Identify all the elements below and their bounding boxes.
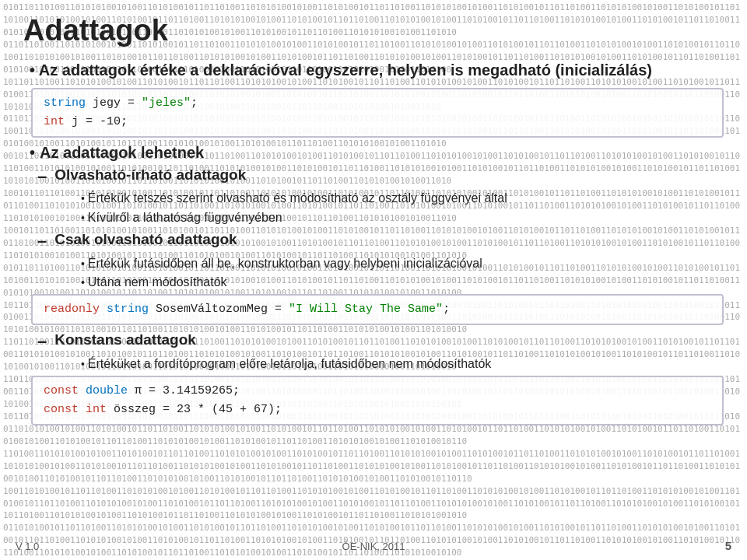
page-title: Adattagok bbox=[23, 14, 724, 47]
dash-icon-1: – bbox=[37, 166, 47, 187]
kw-string-1: string bbox=[44, 96, 86, 110]
bullet-lehetnek: Az adattagok lehetnek bbox=[40, 144, 204, 162]
code-block-1: string jegy = "jeles"; int j = -10; bbox=[31, 88, 724, 138]
sub-konstans: Értéküket a fordítóprogram előre letárol… bbox=[81, 355, 724, 373]
kw-readonly: readonly bbox=[44, 303, 100, 316]
dash-icon-2: – bbox=[37, 231, 47, 251]
code-const2-rest: összeg = 23 * (45 + 67); bbox=[114, 403, 282, 416]
olvasható-sub1: Értékük tetszés szerint olvasható és mód… bbox=[81, 190, 724, 207]
konstans-sub1: Értéküket a fordítóprogram előre letárol… bbox=[81, 355, 724, 373]
csak-olvasható-sub2: Utána nem módosíthatók bbox=[81, 274, 724, 291]
kw-double-1: double bbox=[86, 384, 128, 397]
version-label: V 1.0 bbox=[16, 541, 39, 552]
page-number: 5 bbox=[725, 539, 731, 552]
csak-olvasható-sub1: Értékük futásidőben áll be, konstruktorb… bbox=[81, 255, 724, 272]
footer-page-number: 5 bbox=[725, 539, 731, 552]
label-csak-olvasható: Csak olvasható adattagok bbox=[54, 231, 237, 248]
code-line1-rest: jegy = "jeles"; bbox=[86, 96, 198, 110]
footer-center: ÓE-NIK, 2011 bbox=[342, 541, 405, 552]
olvasható-sub2: Kívülről a láthatóság függvényében bbox=[81, 209, 724, 226]
kw-const-2: const bbox=[44, 403, 79, 416]
bullet-lehetnek-dot: • bbox=[30, 144, 35, 162]
label-olvasható: Olvasható-írható adattagok bbox=[54, 166, 246, 184]
kw-string-2: string bbox=[107, 303, 149, 316]
sub-olvasható: Értékük tetszés szerint olvasható és mód… bbox=[81, 190, 724, 226]
main-content: Adattagok Az adattagok értéke a deklarác… bbox=[0, 0, 747, 560]
code-readonly-rest: SosemVáltozomMeg = "I Will Stay The Same… bbox=[156, 303, 450, 316]
kw-int-1: int bbox=[44, 115, 65, 128]
dash-olvasható: – Olvasható-írható adattagok bbox=[37, 166, 724, 187]
footer-center-text: ÓE-NIK, 2011 bbox=[342, 541, 405, 552]
code-block-3: const double π = 3.14159265; const int ö… bbox=[31, 376, 724, 425]
dash-csak-olvasható: – Csak olvasható adattagok bbox=[37, 231, 724, 251]
main-bullet-inicializalas: Az adattagok értéke a deklarációval egys… bbox=[30, 60, 724, 80]
kw-int-2: int bbox=[86, 403, 107, 416]
dash-icon-3: – bbox=[37, 331, 47, 352]
sub-csak-olvasható: Értékük futásidőben áll be, konstruktorb… bbox=[81, 255, 724, 292]
label-konstans: Konstans adattagok bbox=[54, 331, 196, 348]
code-line2-rest: j = -10; bbox=[65, 115, 128, 128]
code-block-2: readonly string SosemVáltozomMeg = "I Wi… bbox=[31, 294, 724, 325]
code-const1-rest: π = 3.14159265; bbox=[135, 384, 240, 397]
kw-const-1: const bbox=[44, 384, 79, 397]
dash-konstans: – Konstans adattagok bbox=[37, 331, 724, 352]
